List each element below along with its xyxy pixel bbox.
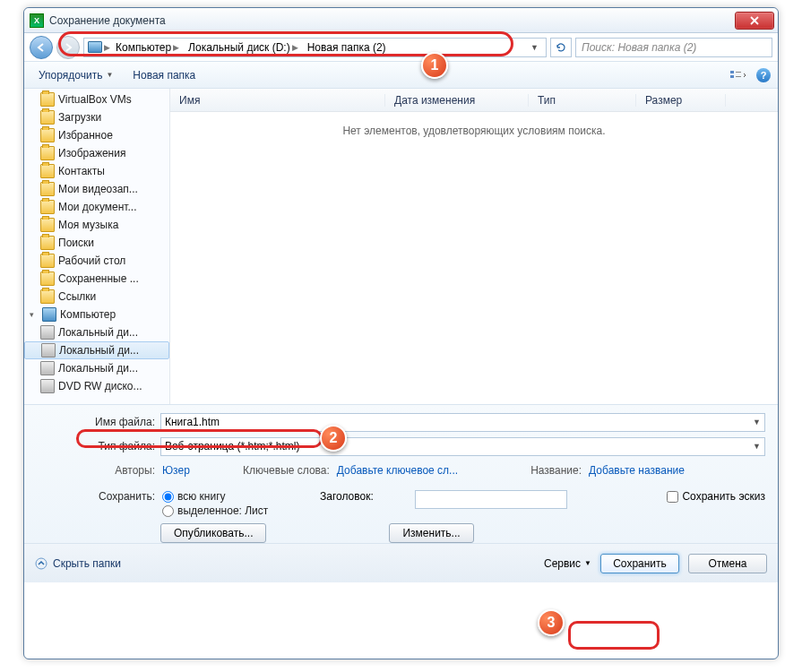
folder-icon	[40, 110, 55, 125]
folder-icon	[40, 271, 55, 286]
authors-label: Авторы:	[37, 464, 155, 477]
drive-icon	[41, 343, 56, 358]
filetype-select[interactable]: Веб-страница (*.htm;*.html)▼	[160, 437, 765, 456]
tree-item[interactable]: VirtualBox VMs	[24, 90, 169, 108]
toolbar: Упорядочить ▼ Новая папка ?	[24, 62, 778, 89]
folder-icon	[40, 200, 55, 214]
search-input[interactable]: Поиск: Новая папка (2)	[575, 38, 772, 57]
breadcrumb-seg-folder[interactable]: Новая папка (2)	[304, 39, 390, 56]
file-pane: Имя Дата изменения Тип Размер Нет элемен…	[170, 89, 778, 404]
svg-rect-2	[736, 72, 741, 73]
keywords-label: Ключевые слова:	[197, 464, 330, 477]
help-button[interactable]: ?	[756, 68, 771, 82]
header-label: Заголовок:	[320, 490, 410, 503]
folder-icon	[40, 92, 55, 107]
col-name[interactable]: Имя	[170, 94, 385, 107]
chevron-right-icon: ▶	[104, 43, 110, 52]
nav-tree[interactable]: VirtualBox VMs Загрузки Избранное Изобра…	[24, 89, 170, 404]
dialog-title: Сохранение документа	[49, 14, 735, 27]
tree-item[interactable]: Избранное	[24, 126, 169, 144]
view-button[interactable]	[726, 65, 751, 85]
breadcrumb-seg-drive[interactable]: Локальный диск (D:)▶	[185, 39, 302, 56]
save-button[interactable]: Сохранить	[600, 554, 679, 573]
empty-message: Нет элементов, удовлетворяющих условиям …	[170, 112, 778, 150]
keywords-add[interactable]: Добавьте ключевое сл...	[337, 464, 458, 477]
drive-icon	[40, 325, 55, 340]
tree-item[interactable]: Мои документ...	[24, 198, 169, 216]
folder-icon	[40, 182, 55, 196]
tree-item-computer[interactable]: ▾Компьютер	[24, 306, 169, 323]
radio-selection[interactable]: выделенное: Лист	[162, 504, 315, 517]
radio-whole-book[interactable]: всю книгу	[162, 490, 315, 503]
arrow-right-icon	[63, 42, 73, 53]
back-button[interactable]	[30, 36, 53, 59]
breadcrumb-dropdown[interactable]: ▼	[527, 43, 542, 52]
chevron-down-icon: ▼	[753, 442, 761, 451]
view-icon	[729, 69, 747, 82]
thumbnail-checkbox[interactable]: Сохранить эскиз	[667, 490, 765, 503]
close-icon	[750, 16, 759, 25]
breadcrumb-seg-computer[interactable]: Компьютер▶	[112, 39, 183, 56]
excel-icon: X	[30, 13, 44, 28]
col-size[interactable]: Размер	[636, 94, 726, 107]
cancel-button[interactable]: Отмена	[688, 554, 767, 573]
service-menu[interactable]: Сервис▼	[544, 557, 591, 570]
filename-input[interactable]: Книга1.htm▼	[160, 413, 765, 432]
tree-item-dvd[interactable]: DVD RW диско...	[24, 377, 169, 395]
chevron-down-icon: ▼	[753, 418, 761, 426]
tree-item[interactable]: Ссылки	[24, 288, 169, 306]
footer: Скрыть папки Сервис▼ Сохранить Отмена	[24, 543, 778, 582]
tree-item[interactable]: Загрузки	[24, 108, 169, 126]
refresh-button[interactable]	[550, 38, 572, 57]
close-button[interactable]	[735, 12, 774, 30]
col-date[interactable]: Дата изменения	[385, 94, 529, 107]
svg-rect-1	[730, 75, 734, 78]
svg-rect-0	[730, 71, 734, 73]
folder-icon	[40, 289, 55, 304]
folder-icon	[40, 164, 55, 178]
forward-button[interactable]	[56, 36, 80, 59]
address-row: ▶ Компьютер▶ Локальный диск (D:)▶ Новая …	[24, 33, 778, 62]
publish-button[interactable]: Опубликовать...	[160, 523, 266, 543]
filename-label: Имя файла:	[37, 416, 155, 428]
tree-item[interactable]: Контакты	[24, 162, 169, 180]
dvd-icon	[40, 379, 55, 393]
search-placeholder: Поиск: Новая папка (2)	[582, 41, 696, 54]
chevron-down-icon: ▼	[584, 559, 591, 567]
change-button[interactable]: Изменить...	[389, 523, 473, 543]
save-scope-label: Сохранить:	[37, 490, 155, 503]
folder-icon	[40, 254, 55, 268]
tree-item[interactable]: Поиски	[24, 234, 169, 252]
filetype-label: Тип файла:	[37, 440, 155, 452]
lower-panel: Имя файла: Книга1.htm▼ Тип файла: Веб-ст…	[24, 404, 778, 543]
tree-item-drive[interactable]: Локальный ди...	[24, 359, 169, 377]
organize-button[interactable]: Упорядочить ▼	[31, 65, 120, 85]
tree-item[interactable]: Сохраненные ...	[24, 270, 169, 288]
folder-icon	[40, 128, 55, 142]
tree-item-drive[interactable]: Локальный ди...	[24, 323, 169, 341]
column-headers[interactable]: Имя Дата изменения Тип Размер	[170, 89, 778, 112]
save-dialog: X Сохранение документа ▶ Компьютер▶ Лока…	[23, 7, 779, 659]
titlebar[interactable]: X Сохранение документа	[24, 8, 778, 33]
folder-icon	[40, 236, 55, 250]
authors-value[interactable]: Юзер	[162, 464, 190, 477]
computer-icon	[42, 307, 56, 322]
refresh-icon	[555, 41, 567, 54]
tree-item[interactable]: Изображения	[24, 144, 169, 162]
arrow-left-icon	[36, 42, 47, 53]
main-area: VirtualBox VMs Загрузки Избранное Изобра…	[24, 89, 778, 404]
col-type[interactable]: Тип	[529, 94, 636, 107]
title-add[interactable]: Добавьте название	[589, 464, 685, 477]
tree-item[interactable]: Моя музыка	[24, 216, 169, 234]
new-folder-button[interactable]: Новая папка	[125, 65, 203, 85]
chevron-up-icon	[35, 557, 47, 570]
drive-icon	[40, 361, 55, 375]
tree-item-drive[interactable]: Локальный ди...	[24, 341, 169, 359]
tree-item[interactable]: Рабочий стол	[24, 252, 169, 270]
breadcrumb[interactable]: ▶ Компьютер▶ Локальный диск (D:)▶ Новая …	[83, 38, 547, 57]
expand-icon: ▾	[30, 310, 39, 319]
tree-item[interactable]: Мои видеозап...	[24, 180, 169, 198]
header-input[interactable]	[415, 490, 567, 509]
computer-icon	[88, 41, 102, 53]
hide-folders-button[interactable]: Скрыть папки	[35, 557, 121, 570]
